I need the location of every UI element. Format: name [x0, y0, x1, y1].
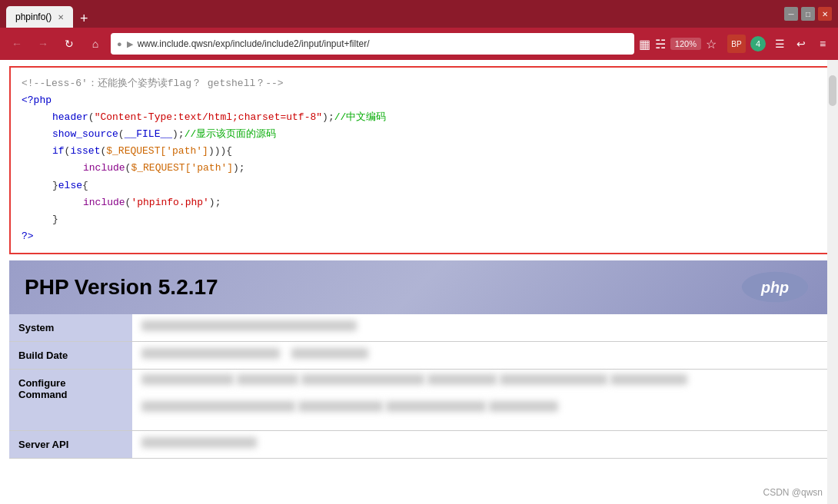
code-line-include1: include ( $_REQUEST['path'] ); — [22, 160, 816, 177]
php-logo: php — [737, 268, 813, 307]
serverapi-blurred — [141, 437, 257, 448]
header-string: "Content-Type:text/html;charset=utf-8" — [95, 109, 322, 126]
include-variable: $_REQUEST['path'] — [131, 160, 233, 177]
code-line-header: header ( "Content-Type:text/html;charset… — [22, 109, 816, 126]
forward-button[interactable]: → — [32, 33, 54, 55]
window-controls: ─ □ ✕ — [784, 7, 832, 21]
code-line-comment: <!--Less-6'：还能换个姿势读flag？ getshell？--> — [22, 75, 816, 92]
phpinfo-header: PHP Version 5.2.17 php — [9, 260, 829, 314]
system-value-blurred — [141, 320, 357, 331]
serverapi-label: Server API — [9, 431, 132, 458]
system-label: System — [9, 314, 132, 341]
if-keyword: if — [52, 143, 65, 160]
configure-blurred4 — [427, 374, 497, 385]
maximize-button[interactable]: □ — [801, 7, 815, 21]
configure-blurred10 — [489, 401, 558, 412]
phpinfo-section: PHP Version 5.2.17 php System — [9, 260, 829, 459]
configure-blurred8 — [298, 401, 383, 412]
code-line-show-source: show_source ( __FILE__ ); //显示该页面的源码 — [22, 126, 816, 143]
extensions-icon[interactable]: BP — [727, 35, 746, 53]
include-keyword-1: include — [83, 160, 125, 177]
show-source-function: show_source — [52, 126, 118, 143]
builddate-value — [132, 342, 829, 369]
browser-actions: BP 4 ☰ ↩ ≡ — [727, 35, 832, 53]
php-open-tag: <?php — [22, 92, 52, 109]
configure-blurred7 — [141, 401, 295, 412]
php-version: PHP Version 5.2.17 — [25, 275, 737, 300]
tab-close-button[interactable]: ✕ — [58, 13, 64, 22]
show-source-comment: //显示该页面的源码 — [185, 126, 277, 143]
tab-label: phpinfo() — [15, 12, 52, 22]
php-close-tag: ?> — [22, 228, 34, 245]
table-row-serverapi: Server API — [9, 431, 829, 459]
serverapi-value — [132, 431, 829, 458]
file-constant: __FILE__ — [125, 126, 172, 143]
navbar: ← → ↻ ⌂ ● ▶ www.include.qwsn/exp/include… — [0, 28, 838, 60]
builddate-label: Build Date — [9, 342, 132, 369]
code-line-php-open: <?php — [22, 92, 816, 109]
code-line-include2: include ( 'phpinfo.php' ); — [22, 194, 816, 211]
phpinfo-string: 'phpinfo.php' — [131, 194, 208, 211]
active-tab[interactable]: phpinfo() ✕ — [6, 6, 73, 28]
configure-value — [132, 370, 829, 430]
scrollbar[interactable] — [827, 60, 838, 504]
code-block: <!--Less-6'：还能换个姿势读flag？ getshell？--> <?… — [9, 66, 829, 254]
favorite-button[interactable]: ☆ — [706, 37, 717, 51]
address-text: www.include.qwsn/exp/include/include2/in… — [138, 38, 628, 49]
isset-function: isset — [70, 143, 100, 160]
qr-icon[interactable]: ▦ — [639, 37, 650, 51]
code-comment-text: <!--Less-6'：还能换个姿势读flag？ getshell？--> — [22, 75, 284, 92]
address-bar[interactable]: ● ▶ www.include.qwsn/exp/include/include… — [111, 33, 634, 55]
table-row-builddate: Build Date — [9, 342, 829, 370]
refresh-button[interactable]: ↻ — [58, 33, 80, 55]
menu-button[interactable]: ≡ — [813, 35, 832, 53]
watermark: CSDN @qwsn — [763, 487, 823, 498]
configure-blurred1 — [141, 374, 234, 385]
builddate-blurred2 — [291, 348, 368, 359]
system-value — [132, 314, 829, 341]
configure-blurred6 — [610, 374, 687, 385]
browser-window: phpinfo() ✕ + ─ □ ✕ ← → ↻ ⌂ ● ▶ www.incl… — [0, 0, 838, 504]
configure-blurred9 — [386, 401, 486, 412]
svg-text:php: php — [760, 279, 789, 296]
request-variable: $_REQUEST['path'] — [106, 143, 208, 160]
code-line-php-close: ?> — [22, 228, 816, 245]
close-button[interactable]: ✕ — [818, 7, 832, 21]
home-button[interactable]: ⌂ — [85, 33, 106, 55]
titlebar: phpinfo() ✕ + ─ □ ✕ — [0, 0, 838, 28]
table-row-configure: ConfigureCommand — [9, 370, 829, 431]
lock-icon: ● — [117, 39, 122, 48]
phpinfo-table: System Build Date ConfigureCom — [9, 314, 829, 459]
back-button[interactable]: ← — [6, 33, 28, 55]
minimize-button[interactable]: ─ — [784, 7, 798, 21]
configure-blurred2 — [237, 374, 298, 385]
address-icon: ▶ — [127, 39, 133, 49]
code-line-close-brace: } — [22, 211, 816, 228]
builddate-blurred — [141, 348, 280, 359]
else-keyword: else — [58, 177, 82, 194]
zoom-level[interactable]: 120% — [670, 38, 701, 50]
reader-icon[interactable]: ☵ — [655, 37, 666, 51]
code-line-else: } else { — [22, 177, 816, 194]
tab-bar: phpinfo() ✕ + — [6, 0, 93, 28]
configure-blurred3 — [301, 374, 424, 385]
header-function: header — [52, 109, 88, 126]
extensions-button[interactable]: ☰ — [770, 35, 789, 53]
page-content: <!--Less-6'：还能换个姿势读flag？ getshell？--> <?… — [0, 60, 838, 504]
table-row-system: System — [9, 314, 829, 342]
header-comment: //中文编码 — [334, 109, 387, 126]
code-line-if: if ( isset ( $_REQUEST['path'] ))){ — [22, 143, 816, 160]
include-keyword-2: include — [83, 194, 125, 211]
share-button[interactable]: ↩ — [792, 35, 810, 53]
nav-right-controls: ▦ ☵ 120% ☆ — [639, 37, 717, 51]
configure-blurred5 — [500, 374, 607, 385]
new-tab-button[interactable]: + — [75, 9, 93, 28]
badge-icon[interactable]: 4 — [749, 35, 767, 53]
configure-label: ConfigureCommand — [9, 370, 132, 430]
scrollbar-thumb[interactable] — [829, 75, 836, 106]
